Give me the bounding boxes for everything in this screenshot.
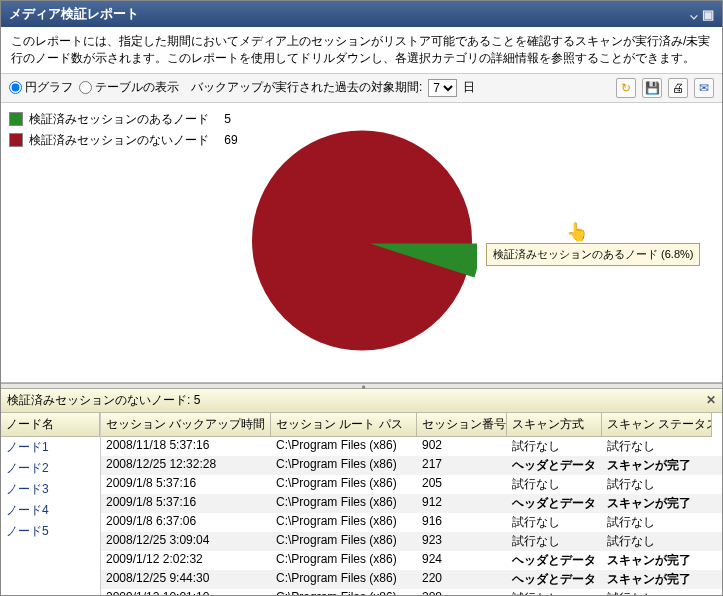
refresh-icon[interactable]: ↻ [616, 78, 636, 98]
col-session-time[interactable]: セッション バックアップ時間 [101, 413, 271, 437]
node-col-header[interactable]: ノード名 [1, 413, 100, 437]
table-row[interactable]: 2008/11/18 5:37:16C:\Program Files (x86)… [101, 437, 722, 456]
maximize-icon[interactable]: ▣ [702, 7, 714, 22]
period-select[interactable]: 7 [428, 79, 457, 97]
pie-chart[interactable] [247, 126, 477, 359]
window-title: メディア検証レポート [9, 5, 139, 23]
table-row[interactable]: 2008/12/25 12:32:28C:\Program Files (x86… [101, 456, 722, 475]
cursor-icon: 👆 [566, 221, 588, 243]
node-item[interactable]: ノード5 [1, 521, 100, 542]
save-icon[interactable]: 💾 [642, 78, 662, 98]
col-scan-method[interactable]: スキャン方式 [507, 413, 602, 437]
print-icon[interactable]: 🖨 [668, 78, 688, 98]
period-label: バックアップが実行された過去の対象期間: [191, 79, 422, 96]
table-row[interactable]: 2009/1/12 10:01:10C:\Program Files (x86)… [101, 589, 722, 596]
radio-pie[interactable]: 円グラフ [9, 79, 73, 96]
table-row[interactable]: 2009/1/8 5:37:16C:\Program Files (x86)91… [101, 494, 722, 513]
legend-swatch [9, 133, 23, 147]
close-icon[interactable]: ✕ [706, 393, 716, 407]
node-item[interactable]: ノード2 [1, 458, 100, 479]
table-row[interactable]: 2009/1/12 2:02:32C:\Program Files (x86)9… [101, 551, 722, 570]
toolbar: 円グラフ テーブルの表示 バックアップが実行された過去の対象期間: 7 日 ↻ … [1, 74, 722, 103]
table-row[interactable]: 2008/12/25 3:09:04C:\Program Files (x86)… [101, 532, 722, 551]
table-row[interactable]: 2009/1/8 6:37:06C:\Program Files (x86)91… [101, 513, 722, 532]
col-session-no[interactable]: セッション番号 [417, 413, 507, 437]
legend-item-unverified[interactable]: 検証済みセッションのないノード 69 [9, 132, 238, 149]
svg-point-0 [252, 131, 472, 351]
node-item[interactable]: ノード3 [1, 479, 100, 500]
node-panel: ノード名 ノード1ノード2ノード3ノード4ノード5 [1, 413, 101, 596]
node-item[interactable]: ノード1 [1, 437, 100, 458]
mail-icon[interactable]: ✉ [694, 78, 714, 98]
splitter[interactable] [1, 383, 722, 389]
grid-title: 検証済みセッションのないノード: 5 [7, 392, 200, 409]
col-scan-status[interactable]: スキャン ステータス [602, 413, 712, 437]
chart-area: 検証済みセッションのあるノード 5 検証済みセッションのないノード 69 👆 検… [1, 103, 722, 383]
report-description: このレポートには、指定した期間においてメディア上のセッションがリストア可能である… [1, 27, 722, 74]
table-panel: セッション バックアップ時間 セッション ルート パス セッション番号 スキャン… [101, 413, 722, 596]
col-root-path[interactable]: セッション ルート パス [271, 413, 417, 437]
node-item[interactable]: ノード4 [1, 500, 100, 521]
titlebar: メディア検証レポート ⌵ ▣ [1, 1, 722, 27]
radio-table[interactable]: テーブルの表示 [79, 79, 179, 96]
collapse-icon[interactable]: ⌵ [690, 7, 698, 22]
legend-item-verified[interactable]: 検証済みセッションのあるノード 5 [9, 111, 238, 128]
table-row[interactable]: 2009/1/8 5:37:16C:\Program Files (x86)20… [101, 475, 722, 494]
legend: 検証済みセッションのあるノード 5 検証済みセッションのないノード 69 [9, 111, 238, 153]
chart-tooltip: 検証済みセッションのあるノード (6.8%) [486, 243, 700, 266]
legend-swatch [9, 112, 23, 126]
table-row[interactable]: 2008/12/25 9:44:30C:\Program Files (x86)… [101, 570, 722, 589]
period-unit: 日 [463, 79, 475, 96]
grid-body: ノード名 ノード1ノード2ノード3ノード4ノード5 セッション バックアップ時間… [1, 413, 722, 596]
